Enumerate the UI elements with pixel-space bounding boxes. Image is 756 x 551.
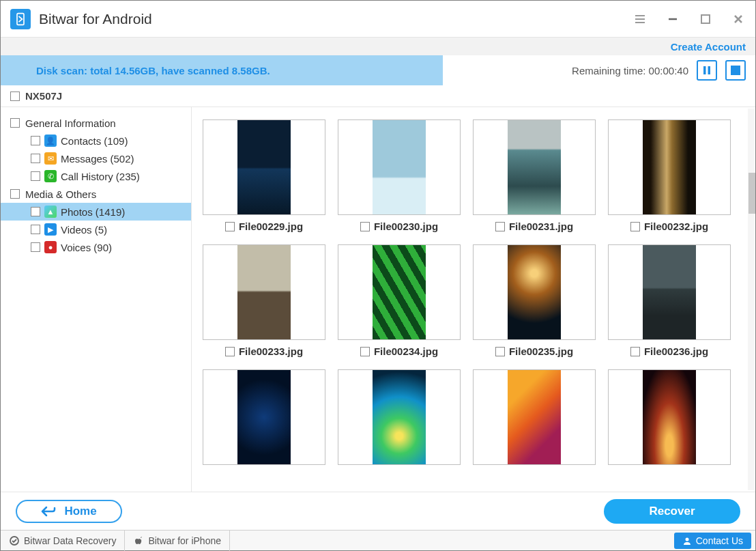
messages-icon: ✉ [44, 152, 57, 165]
thumb-checkbox[interactable] [630, 222, 640, 231]
thumb-checkbox[interactable] [495, 222, 505, 231]
thumb-checkbox[interactable] [225, 347, 235, 356]
recover-button[interactable]: Recover [604, 499, 740, 524]
status-label: Bitwar Data Recovery [24, 535, 116, 546]
thumb-filename: File00231.jpg [509, 221, 573, 232]
content-scroll[interactable]: File00229.jpg File00230.jpg File00231.jp… [192, 107, 755, 492]
app-window: Bitwar for Android Create Account Disk s… [0, 0, 756, 551]
category-checkbox[interactable] [10, 189, 20, 199]
thumbnail-item[interactable]: File00231.jpg [473, 119, 596, 232]
scan-progress: Disk scan: total 14.56GB, have scanned 8… [1, 55, 443, 85]
contact-label: Contact Us [696, 535, 743, 546]
thumb-checkbox[interactable] [360, 347, 370, 356]
content-area: File00229.jpg File00230.jpg File00231.jp… [192, 107, 755, 492]
thumb-filename: File00230.jpg [374, 221, 438, 232]
thumbnail-item[interactable] [203, 369, 325, 465]
home-button[interactable]: Home [16, 500, 122, 523]
item-checkbox[interactable] [31, 207, 40, 216]
sidebar-item-messages[interactable]: ✉ Messages (502) [1, 150, 191, 167]
contact-icon [682, 536, 692, 546]
minimize-icon[interactable] [665, 12, 680, 27]
app-logo-icon [10, 9, 31, 29]
thumbnail-image [608, 119, 731, 215]
contact-us-button[interactable]: Contact Us [674, 533, 751, 549]
sidebar-item-voices[interactable]: ● Voices (90) [1, 238, 191, 256]
thumb-filename: File00234.jpg [374, 345, 438, 357]
thumbnail-item[interactable]: File00230.jpg [338, 119, 461, 232]
thumb-filename: File00233.jpg [239, 345, 303, 357]
thumb-filename: File00232.jpg [644, 221, 708, 232]
thumbnail-item[interactable]: File00232.jpg [608, 119, 731, 232]
thumbnail-item[interactable]: File00229.jpg [203, 119, 325, 232]
remaining-time-label: Remaining time: 00:00:40 [572, 65, 688, 76]
content-scrollbar[interactable] [747, 107, 755, 492]
thumb-filename: File00235.jpg [509, 345, 573, 357]
thumbnail-item[interactable] [473, 369, 596, 465]
scroll-thumb[interactable] [748, 173, 755, 214]
create-account-link[interactable]: Create Account [671, 41, 746, 53]
svg-rect-3 [708, 66, 711, 74]
close-icon[interactable] [731, 12, 746, 27]
apple-icon [133, 535, 144, 546]
maximize-icon[interactable] [698, 12, 713, 27]
thumb-filename: File00236.jpg [644, 345, 708, 357]
sidebar: General Information 👤 Contacts (109) ✉ M… [1, 107, 192, 492]
sidebar-category-media[interactable]: Media & Others [1, 185, 191, 203]
menu-icon[interactable] [633, 12, 648, 27]
title-bar: Bitwar for Android [1, 1, 755, 38]
sidebar-item-photos[interactable]: ▲ Photos (1419) [1, 203, 191, 221]
thumb-checkbox[interactable] [495, 347, 505, 356]
thumbnail-item[interactable] [338, 369, 461, 465]
status-left: Bitwar Data Recovery Bitwar for iPhone [1, 531, 230, 551]
sidebar-category-general[interactable]: General Information [1, 114, 191, 132]
call-icon: ✆ [44, 170, 57, 182]
photos-icon: ▲ [44, 206, 57, 218]
sidebar-item-contacts[interactable]: 👤 Contacts (109) [1, 132, 191, 150]
account-bar: Create Account [1, 38, 755, 55]
thumbnail-item[interactable]: File00234.jpg [338, 244, 461, 357]
status-bitwar-recovery[interactable]: Bitwar Data Recovery [1, 531, 125, 551]
thumbnail-item[interactable] [608, 369, 731, 465]
item-label: Voices (90) [61, 242, 112, 253]
thumbnail-image [473, 244, 596, 340]
category-label: Media & Others [25, 188, 96, 200]
thumbnail-image [203, 119, 325, 215]
status-bar: Bitwar Data Recovery Bitwar for iPhone C… [1, 530, 755, 550]
thumbnail-image [203, 244, 325, 340]
thumbnail-image [608, 244, 731, 340]
device-checkbox[interactable] [10, 91, 20, 101]
thumbnail-image [608, 369, 731, 465]
thumb-checkbox[interactable] [630, 347, 640, 356]
thumbnail-image [338, 119, 461, 215]
scan-status-bar: Disk scan: total 14.56GB, have scanned 8… [1, 55, 755, 85]
status-label: Bitwar for iPhone [148, 535, 221, 546]
item-checkbox[interactable] [31, 225, 40, 234]
category-checkbox[interactable] [10, 118, 20, 128]
thumb-checkbox[interactable] [360, 222, 370, 231]
item-checkbox[interactable] [31, 171, 40, 181]
item-label: Photos (1419) [61, 206, 125, 218]
thumbnail-image [473, 369, 596, 465]
main-body: General Information 👤 Contacts (109) ✉ M… [1, 107, 755, 492]
item-checkbox[interactable] [31, 136, 40, 145]
pause-button[interactable] [697, 60, 717, 81]
status-bitwar-iphone[interactable]: Bitwar for iPhone [125, 531, 230, 551]
thumbnail-image [203, 369, 325, 465]
thumbnail-item[interactable]: File00236.jpg [608, 244, 731, 357]
contacts-icon: 👤 [44, 135, 57, 147]
thumbnail-item[interactable]: File00233.jpg [203, 244, 325, 357]
scroll-track [748, 109, 755, 490]
sidebar-item-videos[interactable]: ▶ Videos (5) [1, 221, 191, 238]
thumbnail-item[interactable]: File00235.jpg [473, 244, 596, 357]
item-label: Contacts (109) [61, 135, 128, 147]
item-checkbox[interactable] [31, 242, 40, 252]
thumb-checkbox[interactable] [225, 222, 235, 231]
svg-rect-1 [701, 15, 710, 23]
sidebar-item-call-history[interactable]: ✆ Call History (235) [1, 167, 191, 185]
thumbnail-image [338, 369, 461, 465]
item-checkbox[interactable] [31, 154, 40, 163]
item-label: Messages (502) [61, 153, 134, 165]
item-label: Call History (235) [61, 171, 140, 182]
stop-button[interactable] [725, 60, 746, 81]
device-row: NX507J [1, 85, 755, 107]
